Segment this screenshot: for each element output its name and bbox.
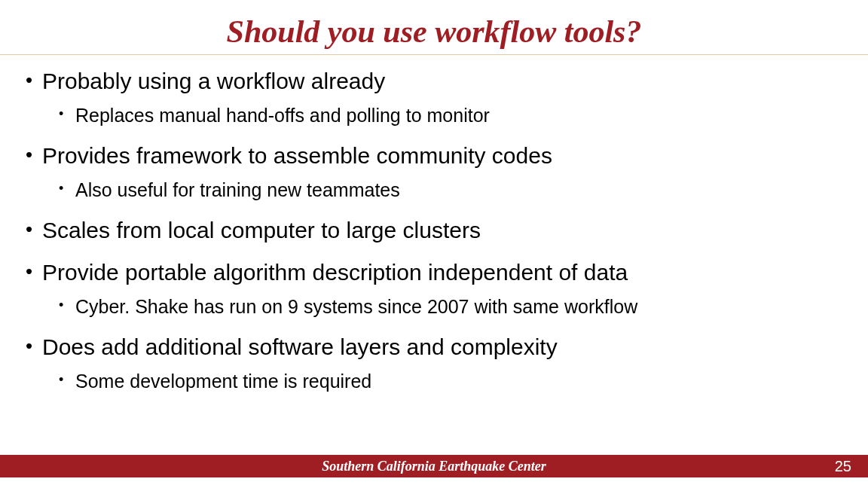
slide-title: Should you use workflow tools?: [0, 0, 868, 54]
sub-list: Some development time is required: [42, 371, 845, 392]
bullet-text: Replaces manual hand-offs and polling to…: [75, 105, 490, 126]
sub-list: Also useful for training new teammates: [42, 179, 845, 201]
footer-bar: Southern California Earthquake Center 25: [0, 455, 868, 477]
list-item: Some development time is required: [57, 371, 845, 392]
list-item: Cyber. Shake has run on 9 systems since …: [57, 296, 845, 318]
bullet-text: Probably using a workflow already: [42, 69, 385, 93]
bullet-list: Probably using a workflow already Replac…: [23, 69, 845, 392]
page-number: 25: [835, 458, 851, 475]
bullet-text: Also useful for training new teammates: [75, 179, 400, 200]
bullet-text: Provides framework to assemble community…: [42, 143, 552, 168]
sub-list: Cyber. Shake has run on 9 systems since …: [42, 296, 845, 318]
list-item: Does add additional software layers and …: [23, 334, 845, 392]
bullet-text: Some development time is required: [75, 371, 371, 392]
sub-list: Replaces manual hand-offs and polling to…: [42, 105, 845, 127]
bullet-text: Provide portable algorithm description i…: [42, 260, 628, 285]
bullet-text: Does add additional software layers and …: [42, 334, 558, 359]
bullet-text: Cyber. Shake has run on 9 systems since …: [75, 296, 637, 317]
slide: Should you use workflow tools? Probably …: [0, 0, 868, 488]
list-item: Replaces manual hand-offs and polling to…: [57, 105, 845, 127]
list-item: Also useful for training new teammates: [57, 179, 845, 201]
slide-content: Probably using a workflow already Replac…: [0, 63, 868, 392]
list-item: Scales from local computer to large clus…: [23, 218, 845, 243]
list-item: Provides framework to assemble community…: [23, 143, 845, 201]
list-item: Provide portable algorithm description i…: [23, 260, 845, 318]
title-rule: [0, 54, 868, 55]
bullet-text: Scales from local computer to large clus…: [42, 218, 481, 242]
list-item: Probably using a workflow already Replac…: [23, 69, 845, 127]
footer-org: Southern California Earthquake Center: [322, 459, 546, 474]
